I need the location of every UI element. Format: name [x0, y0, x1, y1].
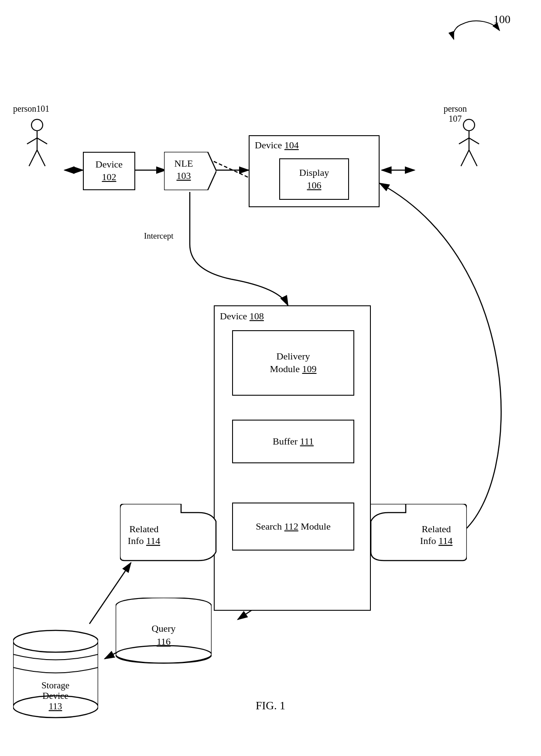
svg-line-25	[469, 138, 479, 144]
svg-line-24	[459, 138, 469, 144]
svg-text:NLE: NLE	[175, 158, 193, 169]
svg-point-16	[31, 120, 43, 131]
device104-box: Device 104 Display106	[249, 135, 380, 207]
intercept-label: Intercept	[144, 231, 174, 241]
relatedinfo114-left: Related Info 114	[120, 504, 220, 573]
query116-box: Query 116	[116, 598, 212, 669]
relatedinfo114-right: Related Info 114	[366, 504, 467, 573]
fig-label: FIG. 1	[0, 699, 541, 712]
svg-text:116: 116	[157, 636, 171, 647]
svg-text:Query: Query	[152, 623, 176, 634]
buffer111-box: Buffer 111	[232, 420, 354, 463]
device108-box: Device 108 DeliveryModule 109 Buffer 111…	[214, 305, 371, 611]
display106-box: Display106	[279, 158, 349, 200]
svg-text:Info 114: Info 114	[420, 535, 452, 546]
device102-box: Device102	[83, 152, 135, 190]
person107-figure	[454, 118, 484, 170]
delivery109-box: DeliveryModule 109	[232, 330, 354, 396]
svg-line-18	[27, 138, 37, 144]
svg-text:Info 114: Info 114	[128, 535, 160, 546]
nle103-box: NLE 103	[164, 152, 216, 192]
svg-point-39	[13, 630, 98, 652]
svg-line-21	[37, 150, 45, 166]
diagram: 100 person101 person107	[0, 0, 541, 756]
svg-line-19	[37, 138, 47, 144]
ref-100: 100	[493, 13, 510, 26]
svg-point-22	[463, 120, 475, 131]
svg-line-26	[461, 150, 469, 166]
person101-label: person101	[13, 104, 49, 114]
svg-text:103: 103	[177, 170, 191, 181]
svg-line-20	[29, 150, 37, 166]
person101-figure	[22, 118, 52, 170]
svg-text:Storage: Storage	[41, 680, 69, 691]
svg-point-35	[116, 646, 212, 663]
svg-line-27	[469, 150, 477, 166]
search112-box: Search 112 Module	[232, 503, 354, 551]
svg-text:Related: Related	[421, 523, 451, 534]
svg-text:Related: Related	[129, 523, 158, 534]
